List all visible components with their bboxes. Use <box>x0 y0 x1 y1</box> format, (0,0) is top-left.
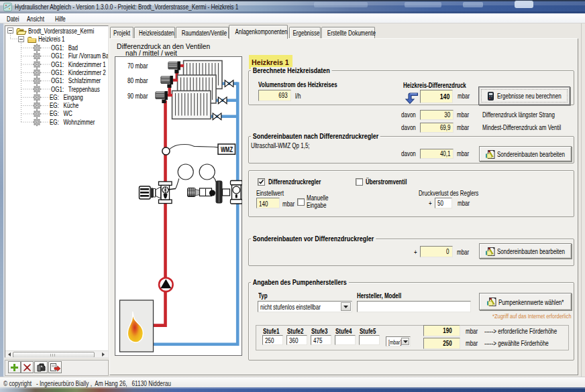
svg-text:WMZ: WMZ <box>221 146 233 153</box>
svg-text:70 mbar: 70 mbar <box>127 62 148 70</box>
svg-text:80 mbar: 80 mbar <box>127 77 148 84</box>
svg-text:90 mbar: 90 mbar <box>127 92 148 100</box>
